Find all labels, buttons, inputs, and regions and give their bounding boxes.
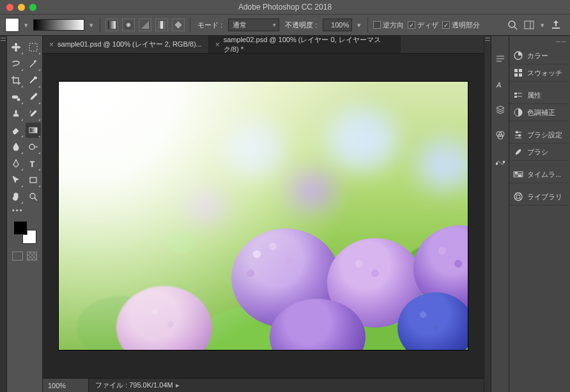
close-tab-icon[interactable]: ×: [49, 40, 54, 49]
svg-rect-34: [514, 93, 517, 94]
swatches-panel-tab[interactable]: スウォッチ: [509, 64, 570, 82]
canvas-area[interactable]: [43, 54, 484, 378]
svg-text:A: A: [496, 81, 501, 89]
angle-gradient-icon[interactable]: [139, 19, 151, 31]
gradient-picker[interactable]: [33, 19, 84, 31]
blur-tool[interactable]: [8, 139, 24, 155]
brushes-panel-tab[interactable]: ブラシ: [509, 144, 570, 161]
tab-label: sample02.psd @ 100% (レイヤー 0, レイヤーマスク/8) …: [224, 35, 394, 54]
gradient-tool[interactable]: [26, 123, 41, 138]
properties-panel-tab[interactable]: 属性: [509, 87, 570, 104]
left-gutter[interactable]: [0, 36, 7, 392]
search-icon[interactable]: [507, 20, 518, 30]
adjustments-panel-tab[interactable]: 色調補正: [509, 104, 570, 121]
main-area: T ••• × sample01.psd @ 100% (レイヤー 2, RGB…: [0, 36, 570, 392]
title-bar: Adobe Photoshop CC 2018: [0, 0, 570, 14]
minimize-window-button[interactable]: [18, 4, 25, 11]
close-tab-icon[interactable]: ×: [215, 40, 220, 49]
paths-panel-icon[interactable]: [495, 156, 505, 166]
radial-gradient-icon[interactable]: [122, 19, 135, 31]
panel-label: タイムラ...: [527, 170, 561, 179]
foreground-color-swatch[interactable]: [13, 221, 27, 235]
move-tool[interactable]: [8, 40, 24, 55]
linear-gradient-icon[interactable]: [105, 19, 118, 31]
document-info[interactable]: ファイル : 795.0K/1.04M▸: [89, 381, 186, 390]
marquee-tool[interactable]: [26, 40, 41, 55]
zoom-tool[interactable]: [26, 189, 41, 204]
foreground-background-color[interactable]: [12, 220, 38, 245]
zoom-level-input[interactable]: 100%: [43, 379, 89, 392]
gradient-dropdown-icon[interactable]: ▾: [88, 19, 95, 31]
blend-mode-select[interactable]: 通常: [228, 19, 279, 31]
crop-tool[interactable]: [8, 73, 24, 88]
right-gutter[interactable]: [484, 36, 491, 392]
options-bar: ▾ ▾ モード : 通常 不透明度 : 100% ▾ 逆方向 ディザ 透明部分 …: [0, 14, 570, 36]
collapsed-panel-dock: A: [491, 36, 509, 392]
magic-wand-tool[interactable]: [26, 56, 41, 72]
share-icon[interactable]: [551, 20, 561, 30]
document-info-text: ファイル : 795.0K/1.04M: [95, 381, 173, 389]
eraser-tool[interactable]: [8, 123, 24, 138]
workspace-icon[interactable]: [524, 20, 534, 30]
paragraph-panel-icon[interactable]: [495, 54, 505, 64]
timeline-panel-tab[interactable]: タイムラ...: [509, 166, 570, 183]
layers-panel-icon[interactable]: [495, 105, 505, 115]
history-brush-tool[interactable]: [26, 106, 41, 121]
svg-rect-33: [519, 73, 522, 77]
panel-label: スウォッチ: [527, 68, 562, 78]
panel-label: ブラシ: [527, 147, 548, 157]
svg-rect-0: [108, 21, 116, 29]
window-controls: [0, 4, 36, 11]
svg-rect-7: [525, 21, 534, 29]
toolbox: T •••: [7, 36, 43, 392]
clone-stamp-tool[interactable]: [8, 106, 24, 121]
dither-checkbox[interactable]: ディザ: [408, 20, 438, 30]
document-tab[interactable]: × sample02.psd @ 100% (レイヤー 0, レイヤーマスク/8…: [209, 36, 401, 53]
libraries-panel-tab[interactable]: ライブラリ: [509, 188, 570, 206]
app-title: Adobe Photoshop CC 2018: [238, 3, 332, 11]
pen-tool[interactable]: [8, 156, 24, 171]
svg-point-5: [509, 21, 515, 27]
transparency-checkbox[interactable]: 透明部分: [442, 20, 480, 30]
workspace-dropdown-icon[interactable]: ▾: [541, 21, 544, 29]
tool-preset-picker[interactable]: [5, 18, 19, 32]
character-panel-icon[interactable]: A: [495, 79, 505, 89]
separator: [367, 17, 368, 33]
maximize-window-button[interactable]: [29, 4, 36, 11]
info-dropdown-icon[interactable]: ▸: [176, 381, 180, 389]
reflected-gradient-icon[interactable]: [155, 19, 168, 31]
close-window-button[interactable]: [6, 4, 13, 11]
edit-toolbar-button[interactable]: •••: [8, 204, 41, 216]
svg-point-12: [17, 98, 20, 101]
diamond-gradient-icon[interactable]: [172, 19, 185, 31]
document-tabs: × sample01.psd @ 100% (レイヤー 2, RGB/8)...…: [43, 36, 484, 54]
rectangle-tool[interactable]: [26, 172, 41, 188]
tool-preset-dropdown-icon[interactable]: ▾: [23, 19, 29, 31]
channels-panel-icon[interactable]: [495, 130, 505, 140]
dodge-tool[interactable]: [26, 139, 41, 155]
canvas[interactable]: [59, 82, 468, 350]
standard-mode-icon[interactable]: [12, 252, 23, 260]
eyedropper-tool[interactable]: [26, 73, 41, 88]
quickmask-mode-icon[interactable]: [27, 252, 38, 260]
svg-rect-46: [515, 172, 518, 174]
svg-rect-36: [514, 96, 517, 98]
reverse-checkbox[interactable]: 逆方向: [373, 20, 404, 30]
brush-tool[interactable]: [26, 89, 41, 105]
color-panel-tab[interactable]: カラー: [509, 47, 570, 64]
svg-rect-30: [514, 69, 518, 72]
svg-rect-11: [12, 96, 18, 98]
panel-dock: カラー スウォッチ 属性 色調補正 ブラシ設定 ブラシ タイムラ... ライブラ…: [509, 36, 570, 392]
lasso-tool[interactable]: [8, 56, 24, 72]
path-select-tool[interactable]: [8, 172, 24, 188]
brush-settings-panel-tab[interactable]: ブラシ設定: [509, 126, 570, 144]
opacity-dropdown-icon[interactable]: ▾: [356, 19, 362, 31]
reverse-label: 逆方向: [383, 20, 404, 30]
type-tool[interactable]: T: [26, 156, 41, 171]
document-tab[interactable]: × sample01.psd @ 100% (レイヤー 2, RGB/8)...: [43, 36, 209, 53]
spot-heal-tool[interactable]: [8, 89, 24, 105]
hand-tool[interactable]: [8, 189, 24, 204]
svg-rect-3: [160, 21, 163, 29]
opacity-input[interactable]: 100%: [323, 19, 352, 31]
zoom-value: 100%: [48, 382, 66, 389]
